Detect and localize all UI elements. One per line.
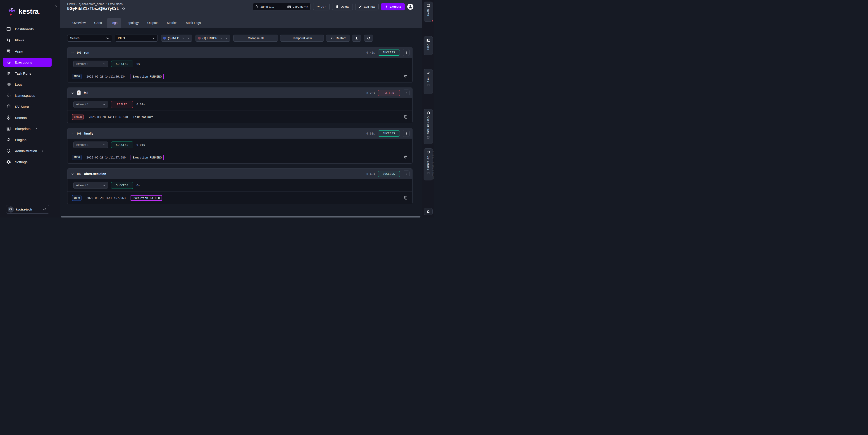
log-timestamp: 2025-03-28 14:11:57.380 — [87, 156, 126, 159]
sidebar-item-plugins[interactable]: Plugins — [3, 135, 52, 144]
api-button[interactable]: API API — [313, 3, 330, 10]
jump-to-search[interactable]: Jump to... Ctrl/Cmd + K — [253, 3, 311, 10]
sidebar-item-blueprints[interactable]: Blueprints — [3, 124, 52, 133]
news-button[interactable]: News — [424, 2, 433, 22]
main-area: Flows / aj.child.state_demo / Executions… — [60, 0, 422, 218]
task-runs-icon — [6, 71, 11, 76]
user-avatar[interactable] — [407, 4, 413, 10]
chevron-down-icon[interactable] — [71, 51, 74, 54]
log-task-icon: LOG — [77, 132, 81, 135]
chevron-down-icon[interactable] — [71, 91, 74, 95]
search-icon — [255, 5, 259, 8]
dots-vertical-icon — [405, 132, 408, 135]
sidebar-item-secrets[interactable]: Secrets — [3, 113, 52, 122]
edit-flow-button[interactable]: Edit flow — [355, 3, 378, 10]
log-timestamp: 2025-03-28 14:11:56.234 — [87, 75, 126, 78]
sidebar-item-namespaces[interactable]: Namespaces — [3, 91, 52, 100]
tab-gantt[interactable]: Gantt — [91, 18, 105, 28]
apps-icon — [6, 48, 11, 54]
docs-button[interactable]: Docs — [424, 36, 433, 55]
sidebar-item-executions[interactable]: Executions — [3, 58, 52, 67]
copy-log-button[interactable] — [404, 196, 409, 200]
error-count-chip[interactable]: (1) ERROR — [195, 35, 230, 42]
open-an-issue-button[interactable]: Open an Issue — [424, 109, 433, 144]
sidebar-item-logs[interactable]: Logs — [3, 80, 52, 89]
task-card-header[interactable]: LOG afterExecution 0.45s SUCCESS — [67, 169, 412, 179]
jump-to-placeholder: Jump to... — [260, 5, 274, 8]
log-level-badge: INFO — [72, 155, 82, 160]
horizontal-scrollbar[interactable] — [61, 216, 421, 218]
tenant-selector[interactable]: KE kestra-tech — [6, 205, 49, 214]
task-menu-button[interactable] — [403, 170, 409, 177]
sidebar-item-apps[interactable]: Apps — [3, 46, 52, 56]
breadcrumb-executions[interactable]: Executions — [108, 2, 123, 6]
tab-metrics[interactable]: Metrics — [164, 18, 181, 28]
copy-log-button[interactable] — [404, 156, 409, 159]
copy-log-button[interactable] — [404, 75, 409, 78]
task-menu-button[interactable] — [403, 90, 409, 96]
task-menu-button[interactable] — [403, 49, 409, 56]
task-duration: 0.45s — [366, 172, 375, 176]
chevron-down-icon — [102, 103, 106, 106]
collapse-all-button[interactable]: Collapse all — [233, 35, 278, 42]
task-menu-button[interactable] — [403, 130, 409, 137]
caret-up-icon[interactable] — [181, 37, 184, 40]
task-card-header[interactable]: LOG finally 0.61s SUCCESS — [67, 128, 412, 139]
attempt-status-badge: FAILED — [111, 101, 133, 108]
attempt-duration: 0s — [136, 62, 140, 66]
top-bar: Flows / aj.child.state_demo / Executions… — [60, 0, 422, 28]
sidebar-item-task-runs[interactable]: Task Runs — [3, 69, 52, 78]
breadcrumb-namespace[interactable]: aj.child.state_demo — [79, 2, 104, 6]
chevron-down-icon — [152, 37, 155, 40]
attempt-select[interactable]: Attempt 1 — [73, 61, 108, 67]
chevron-down-icon[interactable] — [71, 172, 74, 176]
sidebar-item-kv-store[interactable]: KV Store — [3, 102, 52, 111]
task-name: afterExecution — [84, 172, 106, 176]
search-input[interactable]: Search — [67, 35, 112, 42]
attempt-select[interactable]: Attempt 1 — [73, 141, 108, 148]
download-logs-button[interactable] — [352, 35, 361, 42]
attempt-select[interactable]: Attempt 1 — [73, 101, 108, 108]
copy-log-button[interactable] — [404, 115, 409, 119]
tab-audit-logs[interactable]: Audit Logs — [182, 18, 204, 28]
sidebar-item-settings[interactable]: Settings — [3, 157, 52, 166]
tab-overview[interactable]: Overview — [69, 18, 89, 28]
dots-vertical-icon — [405, 172, 408, 176]
kestra-logo[interactable]: kestra. — [9, 8, 40, 16]
attempt-select[interactable]: Attempt 1 — [73, 182, 108, 189]
sidebar-item-label: KV Store — [15, 105, 29, 108]
external-link-icon — [427, 83, 430, 87]
delete-button[interactable]: Delete — [332, 3, 353, 10]
tab-topology[interactable]: Topology — [123, 18, 142, 28]
refresh-button[interactable] — [364, 35, 373, 42]
favorite-star-button[interactable] — [122, 7, 125, 11]
attempt-row: Attempt 1 SUCCESS 0s — [67, 179, 412, 192]
tab-outputs[interactable]: Outputs — [144, 18, 162, 28]
sidebar-collapse-button[interactable] — [53, 3, 58, 8]
temporal-view-button[interactable]: Temporal view — [280, 35, 324, 42]
log-level-select[interactable]: INFO — [115, 35, 158, 42]
chevron-down-icon[interactable] — [71, 132, 74, 135]
chevron-down-icon[interactable] — [187, 37, 190, 40]
sidebar-item-label: Namespaces — [15, 94, 35, 97]
log-message: Execution RUNNING — [130, 155, 164, 160]
info-count-chip[interactable]: (3) INFO — [161, 35, 192, 42]
plugins-icon — [6, 137, 11, 142]
breadcrumb-flows[interactable]: Flows — [67, 2, 75, 6]
sidebar-item-dashboards[interactable]: Dashboards — [3, 25, 52, 33]
sidebar-item-flows[interactable]: Flows — [3, 35, 52, 44]
task-card-header[interactable]: ! fail 0.26s FAILED — [67, 88, 412, 98]
caret-up-icon[interactable] — [219, 37, 222, 40]
help-button[interactable]: Help — [424, 69, 433, 94]
log-timestamp: 2025-03-28 14:11:56.578 — [89, 115, 128, 119]
task-name: finally — [84, 132, 93, 135]
tab-logs[interactable]: Logs — [107, 18, 121, 28]
sidebar-item-administration[interactable]: Administration — [3, 146, 52, 155]
execute-button[interactable]: Execute — [381, 3, 405, 10]
restart-button[interactable]: Restart — [326, 35, 350, 42]
chevron-down-icon[interactable] — [225, 37, 228, 40]
theme-toggle-button[interactable] — [424, 208, 433, 215]
attempt-duration: 0.01s — [136, 143, 145, 146]
attempt-duration: 0.01s — [136, 103, 145, 106]
task-card-header[interactable]: LOG run 0.43s SUCCESS — [67, 47, 412, 58]
